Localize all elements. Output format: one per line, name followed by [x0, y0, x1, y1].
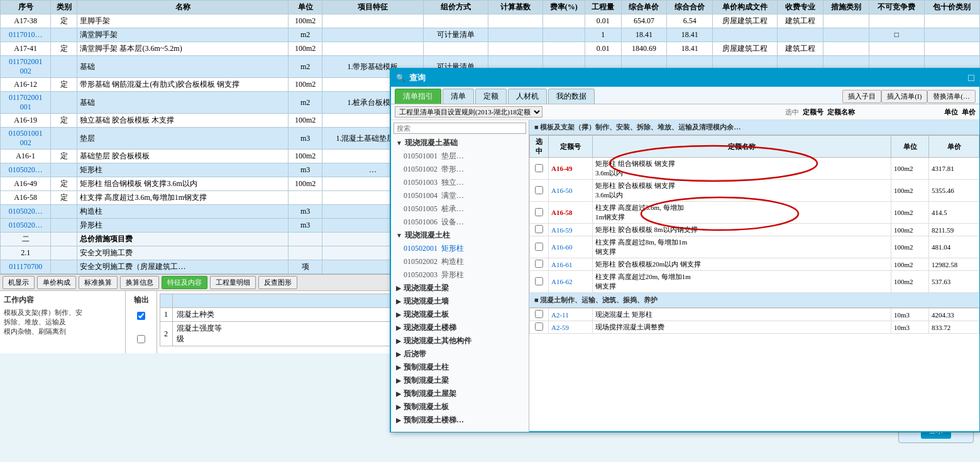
tree-item-010501001[interactable]: 010501001 垫层…	[394, 150, 526, 163]
tree-item-010501006[interactable]: 010501006 设备…	[394, 216, 526, 229]
insert-qingdan-btn[interactable]: 插入清单(I)	[881, 90, 927, 103]
tree-item-010501004[interactable]: 010501004 满堂…	[394, 189, 526, 202]
tree-arrow-beam-icon: ▶	[396, 285, 401, 292]
result-checkbox[interactable]	[535, 277, 543, 285]
tree-item-010502001[interactable]: 010502001 矩形柱	[394, 242, 526, 255]
tree-item-precast-beam[interactable]: ▶ 预制混凝土梁	[394, 374, 526, 387]
tree-item-concrete-slab[interactable]: ▶ 现浇混凝土板	[394, 308, 526, 321]
result-row[interactable]: A16-60 柱支撑 高度超过8m, 每增加1m钢支撑 100m2 481.04	[530, 236, 979, 258]
col-quota-name: 定额名称	[593, 136, 891, 158]
col-header-unit: 单位	[289, 1, 322, 14]
tree-arrow-post-icon: ▶	[396, 351, 401, 358]
replace-qingdan-btn[interactable]: 替换清单(…	[927, 90, 976, 103]
tree-arrow-precast-beam-icon: ▶	[396, 377, 401, 384]
insert-sub-btn[interactable]: 插入子目	[842, 90, 881, 103]
output-checkbox2[interactable]	[137, 335, 145, 343]
tree-search-input[interactable]	[394, 123, 526, 134]
tree-arrow-stair-icon: ▶	[396, 324, 401, 331]
tree-item-concrete-other[interactable]: ▶ 现浇混凝土其他构件	[394, 334, 526, 348]
work-content-label: 工作内容	[3, 294, 123, 307]
btn-standard-swap[interactable]: 标准换算	[79, 276, 118, 289]
table-row[interactable]: A17-38 定 里脚手架 100m2 0.01 654.07 6.54 房屋建…	[1, 14, 980, 28]
work-content-col: 工作内容 模板及支架(撑）制作、安拆除、堆放、运输及模内杂物、刷隔离剂	[0, 291, 126, 353]
col-header-pkg: 包十价类别	[924, 1, 979, 14]
btn-reverse-check[interactable]: 反查图形	[258, 276, 297, 289]
work-content-text: 模板及支架(撑）制作、安拆除、堆放、运输及模内杂物、刷隔离剂	[3, 307, 123, 338]
dialog-close-button[interactable]: □	[968, 72, 974, 84]
tree-item-post-cast[interactable]: ▶ 后浇带	[394, 348, 526, 361]
tree-arrow-col-icon: ▼	[396, 232, 402, 239]
output-col: 输出	[126, 291, 157, 353]
tab-mydata[interactable]: 我的数据	[548, 89, 595, 104]
selected-label: 选中	[785, 107, 799, 117]
col-header-price-method: 组价方式	[423, 1, 488, 14]
tree-item-precast-slab[interactable]: ▶ 预制混凝土板	[394, 400, 526, 414]
unit-label: 单位	[944, 107, 958, 117]
result-checkbox[interactable]	[535, 186, 543, 194]
btn-swap-info[interactable]: 换算信息	[120, 276, 159, 289]
result-checkbox[interactable]	[535, 208, 543, 216]
btn-unit-price[interactable]: 单价构成	[37, 276, 76, 289]
tree-item-010502002[interactable]: 010502002 构造柱	[394, 255, 526, 268]
results-panel: ■ 模板及支架（撑）制作、安装、拆除、堆放、运输及清理模内余… 选中 定额号 定…	[529, 120, 979, 432]
tree-item-010502003[interactable]: 010502003 异形柱	[394, 268, 526, 282]
tree-item-precast-col[interactable]: ▶ 预制混凝土柱	[394, 361, 526, 374]
result-checkbox[interactable]	[535, 260, 543, 268]
btn-display[interactable]: 机显示	[3, 276, 35, 289]
main-area: 序号 类别 名称 单位 项目特征 组价方式 计算基数 费率(%) 工程量 综合单…	[0, 0, 980, 462]
table-row[interactable]: 0117010… 满堂脚手架 m2 可计量清单 1 18.41 18.41 □	[1, 28, 980, 42]
result-row[interactable]: A2-59 现场搅拌混凝土调整费 10m3 833.72	[530, 321, 979, 334]
col-header-rate: 费率(%)	[542, 1, 585, 14]
result-checkbox[interactable]	[535, 225, 543, 233]
tree-item-precast-roof[interactable]: ▶ 预制混凝土屋架	[394, 387, 526, 400]
results-table2: A2-11 现浇混凝土 矩形柱 10m3 4204.33 A2-59 现场搅拌混…	[529, 308, 979, 334]
result-row[interactable]: A2-11 现浇混凝土 矩形柱 10m3 4204.33	[530, 309, 979, 321]
tree-item-concrete-column[interactable]: ▼ 现浇混凝土柱	[394, 229, 526, 242]
results-section2-header: ■ 混凝土制作、运输、浇筑、振捣、养护	[529, 293, 979, 308]
col-header-feature: 项目特征	[322, 1, 424, 14]
col-unit: 单位	[891, 136, 929, 158]
btn-features[interactable]: 特征及内容	[162, 276, 207, 289]
quota-name-label: 定额名称	[827, 107, 940, 117]
col-unit-price: 单价	[929, 136, 979, 158]
result-row[interactable]: A16-61 矩形柱 胶合板模板20m以内 钢支撑 100m2 12982.58	[530, 258, 979, 271]
col-header-total: 综合合价	[667, 1, 713, 14]
tab-qingdan[interactable]: 清单	[443, 89, 474, 104]
result-row[interactable]: A16-59 矩形柱 胶合板模板 8m以内钢支撑 100m2 8211.59	[530, 224, 979, 236]
col-header-measure: 措施类别	[823, 1, 869, 14]
col-select: 选中	[530, 136, 549, 158]
dialog-title-icon: 🔍	[396, 74, 405, 83]
result-checkbox[interactable]	[535, 243, 543, 251]
tree-item-concrete-foundation[interactable]: ▼ 现浇混凝土基础	[394, 136, 526, 150]
result-row[interactable]: A16-62 柱支撑 高度超过20m, 每增加1m钢支撑 100m2 537.6…	[530, 271, 979, 293]
result-checkbox[interactable]	[535, 322, 543, 331]
tab-renmaiji[interactable]: 人材机	[508, 89, 547, 104]
tree-arrow-precast-col-icon: ▶	[396, 364, 401, 371]
tree-item-concrete-beam[interactable]: ▶ 现浇混凝土梁	[394, 282, 526, 295]
results-section1-header: ■ 模板及支架（撑）制作、安装、拆除、堆放、运输及清理模内余…	[529, 120, 979, 135]
tree-item-concrete-stair[interactable]: ▶ 现浇混凝土楼梯	[394, 321, 526, 334]
tree-item-precast-stair[interactable]: ▶ 预制混凝土楼梯…	[394, 414, 526, 427]
query-dialog: 🔍 查询 □ 清单指引 清单 定额 人材机 我的数据 插入子目 插入清单(I) …	[390, 68, 980, 432]
dialog-body: ▼ 现浇混凝土基础 010501001 垫层… 010501002 带形… 01…	[391, 120, 979, 432]
tab-qingdan-guide[interactable]: 清单指引	[395, 89, 441, 104]
tree-item-010501002[interactable]: 010501002 带形…	[394, 163, 526, 176]
filter-select[interactable]: 工程里清单项目设置规则(2013-湖北)18定额	[395, 106, 542, 118]
output-checkbox[interactable]	[137, 312, 145, 320]
result-row[interactable]: A16-58 柱支撑 高度超过3.6m, 每增加1m钢支撑 100m2 414.…	[530, 202, 979, 224]
result-row[interactable]: A16-50 矩形柱 胶合板模板 钢支撑3.6m以内 100m2 5355.46	[530, 180, 979, 202]
col-header-base: 计算基数	[488, 1, 542, 14]
result-checkbox[interactable]	[535, 164, 543, 172]
result-row[interactable]: A16-49 矩形柱 组合钢模板 钢支撑3.6m以内 100m2 4317.81	[530, 158, 979, 180]
dialog-title: 查询	[409, 72, 426, 84]
result-checkbox[interactable]	[535, 310, 543, 318]
tab-dinge[interactable]: 定额	[475, 89, 507, 104]
table-row[interactable]: A17-41 定 满堂脚手架 基本层(3.6m~5.2m) 100m2 0.01…	[1, 42, 980, 56]
tree-arrow-precast-stair-icon: ▶	[396, 417, 401, 424]
tree-item-010501003[interactable]: 010501003 独立…	[394, 176, 526, 189]
output-label: 输出	[133, 294, 150, 307]
tree-item-concrete-wall[interactable]: ▶ 现浇混凝土墙	[394, 295, 526, 308]
btn-qty-detail[interactable]: 工程量明细	[210, 276, 256, 289]
tree-arrow-slab-icon: ▶	[396, 311, 401, 318]
tree-item-010501005[interactable]: 010501005 桩承…	[394, 202, 526, 216]
